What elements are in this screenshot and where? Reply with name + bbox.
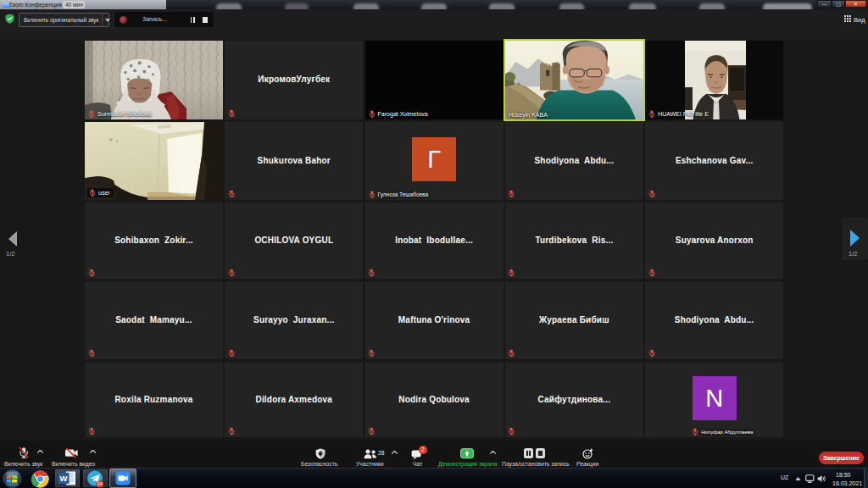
svg-text:24: 24 xyxy=(97,481,103,486)
svg-text:W: W xyxy=(60,474,68,483)
